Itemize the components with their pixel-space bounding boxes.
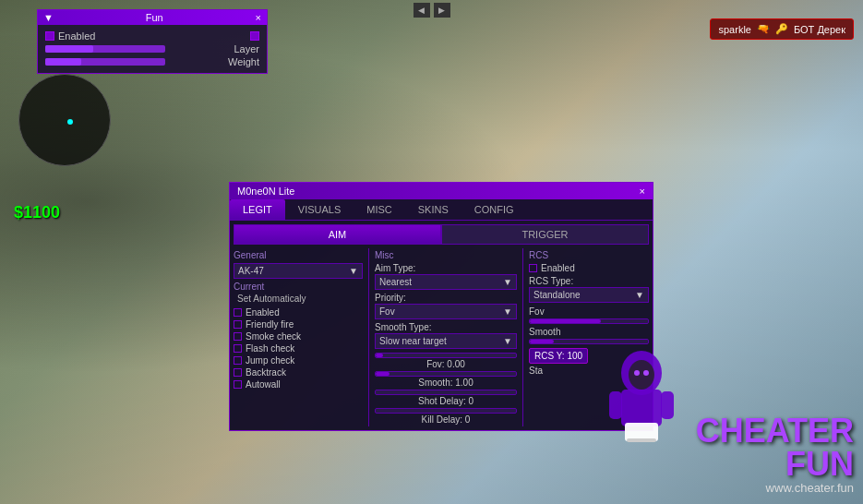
aim-type-arrow: ▼: [503, 277, 512, 287]
cb-jump-check[interactable]: Jump check: [234, 355, 363, 366]
float-panel: ▼ Fun × Enabled Layer Weight: [37, 9, 268, 74]
set-auto-label[interactable]: Set Automaticaly: [237, 294, 363, 304]
float-panel-title: Fun: [54, 12, 256, 23]
float-panel-close[interactable]: ×: [256, 12, 261, 23]
cb-autowall-label: Autowall: [246, 379, 281, 390]
smooth-value: Smooth: 1.00: [375, 378, 517, 388]
radar: [18, 74, 111, 166]
weapon-value: AK-47: [238, 266, 264, 276]
layer-row: Layer: [45, 43, 259, 54]
username: sparkle: [718, 24, 750, 35]
svg-rect-5: [609, 391, 622, 419]
watermark-url: www.cheater.fun: [696, 481, 854, 495]
enabled-label: Enabled: [58, 30, 95, 42]
col-general: General AK-47 ▼ Current Set Automaticaly…: [234, 248, 363, 426]
priority-dropdown[interactable]: Fov ▼: [375, 304, 517, 319]
current-label: Current: [234, 282, 363, 292]
rcs-y-badge: RCS Y: 100: [529, 348, 588, 364]
cb-friendly-fire-label: Friendly fire: [246, 319, 294, 330]
rcs-section-label: RCS: [529, 250, 649, 260]
svg-point-3: [643, 370, 649, 376]
misc-section-label: Misc: [375, 250, 517, 260]
top-nav: ◀ ▶: [411, 0, 453, 20]
cb-enabled-box[interactable]: [234, 308, 242, 317]
rcs-fov-slider[interactable]: [529, 318, 649, 324]
smooth-type-arrow: ▼: [503, 336, 512, 346]
smooth-slider[interactable]: [375, 371, 517, 377]
panel-nav: LEGIT VISUALS MISC SKINS CONFIG: [230, 199, 653, 221]
watermark-title: CHEATER FUN: [696, 414, 854, 481]
next-arrow[interactable]: ▶: [434, 3, 450, 18]
cb-flash-check[interactable]: Flash check: [234, 343, 363, 354]
tab-legit[interactable]: LEGIT: [230, 199, 285, 220]
tab-misc[interactable]: MISC: [354, 199, 405, 220]
subtab-aim[interactable]: AIM: [234, 224, 441, 245]
cb-autowall[interactable]: Autowall: [234, 379, 363, 390]
cb-friendly-fire-box[interactable]: [234, 320, 242, 329]
enabled-checkbox[interactable]: [45, 31, 54, 41]
cb-jump-check-label: Jump check: [246, 355, 294, 366]
tab-skins[interactable]: SKINS: [405, 199, 461, 220]
rcs-enabled-checkbox[interactable]: [529, 264, 537, 272]
user-tag: БОТ Дерек: [794, 24, 845, 35]
cb-enabled[interactable]: Enabled: [234, 307, 363, 318]
smooth-slider-fill: [376, 372, 390, 376]
rcs-type-dropdown[interactable]: Standalone ▼: [529, 287, 649, 303]
main-panel: M0ne0N Lite × LEGIT VISUALS MISC SKINS C…: [229, 182, 653, 431]
cb-enabled-label: Enabled: [246, 307, 280, 318]
watermark-line2: FUN: [785, 445, 854, 483]
divider-1: [368, 248, 369, 426]
prev-arrow[interactable]: ◀: [414, 3, 430, 18]
panel-titlebar: M0ne0N Lite ×: [230, 183, 653, 199]
enabled-check-box[interactable]: [250, 31, 259, 41]
aim-type-dropdown[interactable]: Nearest ▼: [375, 274, 517, 290]
sub-nav: AIM TRIGGER: [234, 224, 649, 245]
rcs-enabled-row: Enabled: [529, 263, 649, 273]
smooth-type-dropdown[interactable]: Slow near target ▼: [375, 333, 517, 349]
tab-visuals[interactable]: VISUALS: [285, 199, 354, 220]
divider-2: [522, 248, 523, 426]
cb-jump-check-box[interactable]: [234, 356, 242, 365]
rcs-smooth-slider[interactable]: [529, 339, 649, 344]
cb-smoke-check-label: Smoke check: [246, 331, 301, 342]
cb-backtrack-label: Backtrack: [246, 367, 286, 378]
rcs-type-label: RCS Type:: [529, 276, 649, 286]
weapon-dropdown-row: AK-47 ▼: [234, 263, 363, 279]
kill-delay-slider[interactable]: [375, 408, 517, 414]
weapon-dropdown[interactable]: AK-47 ▼: [234, 263, 363, 279]
weight-label: Weight: [228, 56, 259, 67]
cb-backtrack-box[interactable]: [234, 368, 242, 377]
priority-arrow: ▼: [503, 306, 512, 317]
cb-smoke-check-box[interactable]: [234, 332, 242, 341]
fov-value: Fov: 0.00: [375, 359, 517, 369]
aim-type-label: Aim Type:: [375, 263, 517, 273]
priority-value: Fov: [379, 306, 395, 317]
panel-close-btn[interactable]: ×: [640, 186, 645, 197]
cb-friendly-fire[interactable]: Friendly fire: [234, 319, 363, 330]
aim-type-value: Nearest: [379, 277, 412, 287]
shot-delay-slider[interactable]: [375, 390, 517, 395]
general-section-label: General: [234, 250, 363, 260]
float-panel-titlebar: ▼ Fun ×: [38, 10, 267, 25]
cb-smoke-check[interactable]: Smoke check: [234, 331, 363, 342]
kill-delay-slider-row: Kill Delay: 0: [375, 408, 517, 425]
watermark-line1: CHEATER: [696, 412, 854, 450]
svg-rect-8: [627, 438, 656, 442]
tab-config[interactable]: CONFIG: [461, 199, 527, 220]
cb-flash-check-box[interactable]: [234, 344, 242, 353]
weight-slider[interactable]: [45, 58, 165, 66]
weapon-dropdown-arrow: ▼: [349, 266, 358, 276]
layer-slider[interactable]: [45, 45, 165, 53]
shot-delay-value: Shot Delay: 0: [375, 396, 517, 406]
fov-slider[interactable]: [375, 353, 517, 358]
smooth-type-value: Slow near target: [379, 336, 447, 346]
rcs-fov-label: Fov: [529, 306, 649, 317]
layer-slider-fill: [45, 45, 93, 53]
subtab-trigger[interactable]: TRIGGER: [441, 224, 649, 245]
kill-delay-value: Kill Delay: 0: [375, 414, 517, 425]
svg-rect-6: [661, 391, 674, 419]
cb-backtrack[interactable]: Backtrack: [234, 367, 363, 378]
panel-title: M0ne0N Lite: [237, 186, 294, 197]
cb-autowall-box[interactable]: [234, 380, 242, 389]
rcs-type-value: Standalone: [533, 290, 581, 300]
